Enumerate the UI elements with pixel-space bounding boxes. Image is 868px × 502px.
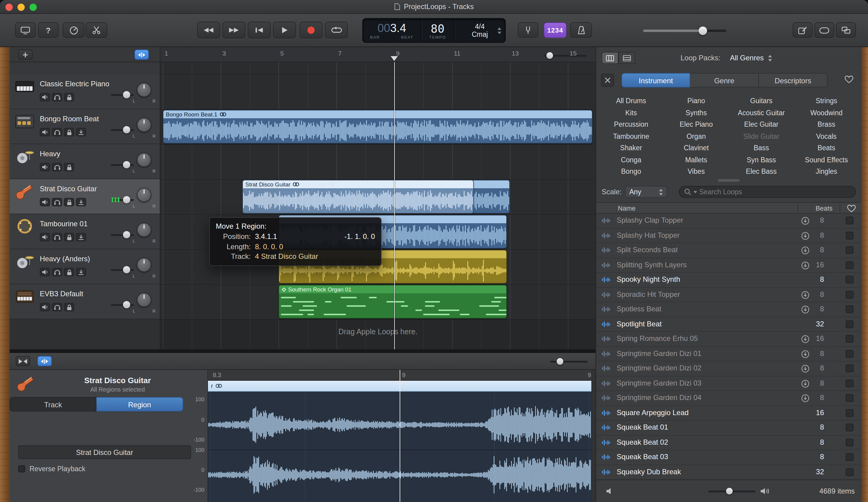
track-mute-button[interactable] — [40, 128, 50, 137]
instrument-filter-elec-guitar[interactable]: Elec Guitar — [729, 119, 794, 131]
pan-knob[interactable] — [137, 223, 151, 237]
instrument-filter-woodwind[interactable]: Woodwind — [794, 107, 859, 119]
loop-row-springtime-garden-dizi-04[interactable]: Springtime Garden Dizi 04 8 — [596, 391, 861, 406]
reset-filters-button[interactable] — [601, 74, 614, 87]
loop-row-springtime-garden-dizi-03[interactable]: Springtime Garden Dizi 03 8 — [596, 376, 861, 391]
favorite-checkbox[interactable] — [846, 291, 854, 298]
track-volume-thumb[interactable] — [123, 126, 130, 133]
track-lock-button[interactable] — [64, 198, 74, 206]
tab-instrument[interactable]: Instrument — [621, 73, 690, 88]
track-volume-thumb[interactable] — [123, 301, 130, 308]
notepad-button[interactable] — [793, 22, 813, 38]
track-volume-thumb[interactable] — [123, 161, 130, 168]
editor-playhead[interactable] — [400, 370, 400, 502]
instrument-filter-acoustic-guitar[interactable]: Acoustic Guitar — [729, 107, 794, 119]
track-solo-button[interactable] — [52, 268, 62, 277]
column-view-button[interactable] — [619, 52, 635, 64]
catch-playhead-button[interactable] — [134, 50, 149, 60]
preview-volume-slider[interactable] — [708, 488, 755, 495]
lcd-key-signature[interactable]: 4/4 Cmaj — [455, 19, 505, 42]
track-mute-button[interactable] — [40, 233, 50, 241]
track-lock-button[interactable] — [64, 233, 74, 241]
editors-button[interactable] — [85, 22, 107, 38]
panel-divider[interactable] — [10, 349, 596, 353]
instrument-filter-mallets[interactable]: Mallets — [664, 154, 729, 166]
track-mute-button[interactable] — [40, 93, 50, 101]
loop-row-squeaky-dub-break[interactable]: Squeaky Dub Break 32 — [596, 465, 861, 480]
instrument-filter-kits[interactable]: Kits — [599, 107, 664, 119]
instrument-filter-clavinet[interactable]: Clavinet — [664, 142, 729, 154]
track-header-tambourine-01[interactable]: Tambourine 01 L R — [10, 214, 160, 249]
instrument-filter-beats[interactable]: Beats — [794, 142, 859, 154]
track-lock-button[interactable] — [64, 93, 74, 101]
quick-help-button[interactable]: ? — [38, 22, 59, 38]
editor-view-button[interactable] — [16, 356, 30, 366]
master-volume-slider[interactable] — [643, 27, 726, 35]
pan-knob[interactable] — [137, 153, 151, 167]
pan-knob[interactable] — [137, 118, 151, 132]
playhead[interactable] — [394, 62, 395, 349]
track-header-classic-electric-piano[interactable]: Classic Electric Piano L R — [10, 74, 160, 109]
track-mute-button[interactable] — [40, 268, 50, 277]
loop-browser-button[interactable] — [814, 22, 834, 38]
lcd-mode-stepper[interactable] — [497, 27, 502, 34]
track-input-button[interactable] — [76, 198, 86, 206]
loop-row-squeak-beat-03[interactable]: Squeak Beat 03 8 — [596, 450, 861, 465]
instrument-filter-bongo[interactable]: Bongo — [599, 166, 664, 178]
metronome-button[interactable] — [570, 22, 592, 38]
track-volume-thumb[interactable] — [123, 91, 130, 98]
loop-row-splitting-synth-layers[interactable]: Splitting Synth Layers 16 — [596, 258, 861, 273]
track-volume-thumb[interactable] — [123, 196, 130, 203]
favorite-checkbox[interactable] — [846, 409, 854, 416]
cycle-button[interactable] — [325, 22, 348, 39]
instrument-filter-synths[interactable]: Synths — [664, 107, 729, 119]
instrument-filter-organ[interactable]: Organ — [664, 131, 729, 142]
track-header-strat-disco-guitar[interactable]: Strat Disco Guitar L R — [10, 179, 160, 214]
track-input-button[interactable] — [76, 268, 86, 277]
track-solo-button[interactable] — [52, 198, 62, 206]
favorite-checkbox[interactable] — [846, 423, 854, 431]
region-name-field[interactable]: Strat Disco Guitar — [18, 445, 191, 459]
loop-row-splashy-hat-topper[interactable]: Splashy Hat Topper 8 — [596, 228, 861, 243]
minimize-window-button[interactable] — [18, 3, 25, 11]
favorite-checkbox[interactable] — [846, 261, 854, 269]
track-volume-slider[interactable] — [111, 90, 134, 99]
region-southern-rock-organ-01[interactable]: Southern Rock Organ 01 — [278, 285, 507, 319]
volume-thumb[interactable] — [699, 27, 707, 35]
loop-row-square-arpeggio-lead[interactable]: Square Arpeggio Lead 16 — [596, 406, 861, 421]
instrument-filter-shaker[interactable]: Shaker — [599, 142, 664, 154]
smart-controls-button[interactable] — [63, 22, 84, 38]
instrument-filter-vocals[interactable]: Vocals — [794, 131, 859, 142]
track-volume-thumb[interactable] — [123, 231, 130, 238]
loop-row-spring-romance-erhu-05[interactable]: Spring Romance Erhu 05 16 — [596, 332, 861, 347]
tab-region[interactable]: Region — [96, 397, 183, 412]
browser-divider-handle[interactable] — [718, 179, 740, 182]
track-header-evb3-default[interactable]: EVB3 Default L R — [10, 284, 160, 319]
lcd-tempo[interactable]: 80 TEMPO — [421, 19, 454, 42]
track-volume-slider[interactable] — [111, 126, 134, 134]
loop-row-springtime-garden-dizi-01[interactable]: Springtime Garden Dizi 01 8 — [596, 347, 861, 361]
count-in-button[interactable]: 1234 — [544, 22, 567, 38]
column-header-favorite[interactable] — [847, 204, 856, 212]
column-header-name[interactable]: Name — [618, 204, 636, 212]
favorite-checkbox[interactable] — [846, 468, 854, 476]
track-lock-button[interactable] — [64, 268, 74, 277]
favorite-checkbox[interactable] — [846, 305, 854, 313]
go-to-beginning-button[interactable] — [248, 22, 271, 39]
rewind-button[interactable] — [197, 22, 220, 39]
record-button[interactable] — [300, 22, 322, 39]
track-volume-slider[interactable] — [111, 265, 134, 274]
loop-row-sporadic-hit-topper[interactable]: Sporadic Hit Topper 8 — [596, 288, 861, 302]
track-input-button[interactable] — [76, 128, 86, 137]
favorite-checkbox[interactable] — [846, 335, 854, 343]
loop-row-squeak-beat-01[interactable]: Squeak Beat 01 8 — [596, 421, 861, 435]
horizontal-zoom-slider[interactable] — [544, 52, 587, 59]
favorites-heart-icon[interactable] — [845, 76, 854, 83]
loop-row-spotless-beat[interactable]: Spotless Beat 8 — [596, 302, 861, 317]
pan-knob[interactable] — [137, 83, 151, 97]
favorite-checkbox[interactable] — [846, 320, 854, 328]
track-volume-slider[interactable] — [111, 301, 134, 309]
instrument-filter-piano[interactable]: Piano — [664, 95, 729, 107]
pan-knob[interactable] — [137, 293, 151, 307]
instrument-filter-conga[interactable]: Conga — [599, 154, 664, 166]
